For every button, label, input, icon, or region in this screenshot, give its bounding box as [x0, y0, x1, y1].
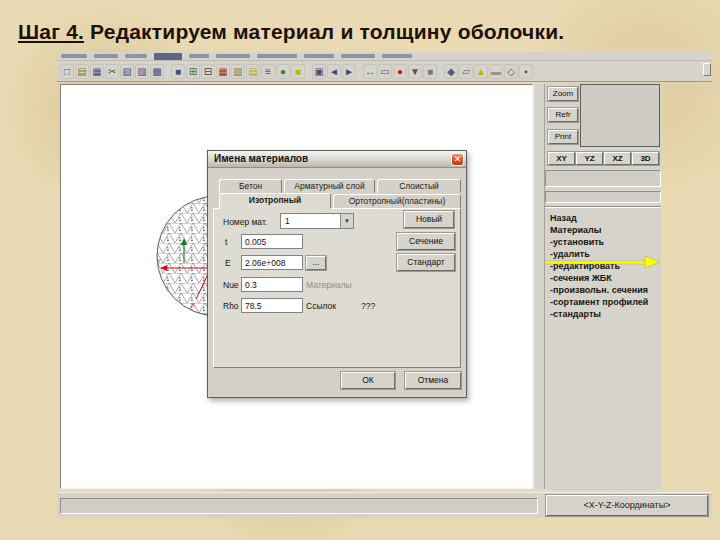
toolbar-icon[interactable]: ▥ [231, 64, 245, 79]
toolbar-icon[interactable]: ■ [291, 64, 305, 79]
toolbar-icon[interactable]: ▧ [120, 64, 134, 79]
nav-item-edit[interactable]: -редактировать [550, 260, 648, 272]
material-number-combobox[interactable]: 1 ▼ [280, 213, 354, 229]
toolbar-icon[interactable]: ▭ [378, 64, 392, 79]
status-message-cell [60, 498, 538, 514]
poisson-field[interactable] [241, 277, 303, 292]
refresh-button[interactable]: Refr [548, 108, 578, 122]
print-button[interactable]: Print [548, 130, 578, 144]
tab-orthotropic[interactable]: Ортотропный(пластины) [333, 194, 461, 208]
toolbar-icon[interactable]: ◇ [504, 64, 518, 79]
view-xy-button[interactable]: XY [548, 152, 575, 165]
panel-nav-menu: Назад Материалы -установить -удалить -ре… [550, 212, 648, 320]
svg-text:X: X [191, 302, 195, 308]
standard-button[interactable]: Стандарт [397, 254, 455, 271]
toolbar-icon[interactable]: ▤ [75, 64, 89, 79]
menu-item[interactable] [61, 54, 87, 58]
new-button[interactable]: Новый [404, 211, 454, 228]
toolbar-end-handle [703, 63, 711, 76]
elastic-modulus-label: E [225, 258, 231, 268]
zoom-button[interactable]: Zoom [548, 87, 578, 101]
ellipsis-button[interactable]: ... [306, 256, 326, 270]
menu-item[interactable] [125, 54, 147, 58]
right-tool-panel: Zoom Refr Print XY YZ XZ 3D Назад Матери… [545, 84, 661, 490]
density-field[interactable] [241, 298, 303, 313]
nav-item-custom-sections[interactable]: -произвольн. сечения [550, 284, 648, 296]
chevron-down-icon[interactable]: ▼ [340, 214, 353, 228]
toolbar-icon[interactable]: ▤ [246, 64, 260, 79]
nav-item-standards[interactable]: -стандарты [550, 308, 648, 320]
status-bar: <X-Y-Z-Координаты> [57, 492, 712, 518]
xyz-coordinates-button[interactable]: <X-Y-Z-Координаты> [546, 495, 708, 516]
toolbar-icon[interactable]: ▨ [135, 64, 149, 79]
poisson-label: Nue [223, 280, 239, 290]
panel-divider-line [545, 206, 661, 208]
nav-item-materials[interactable]: Материалы [550, 224, 648, 236]
menu-item[interactable] [382, 54, 412, 58]
toolbar-icon[interactable]: ■ [423, 64, 437, 79]
toolbar-icon[interactable]: ■ [171, 64, 185, 79]
elastic-modulus-field[interactable] [241, 255, 303, 270]
toolbar-icon[interactable]: ● [276, 64, 290, 79]
section-button[interactable]: Сечение [397, 233, 455, 250]
toolbar-icon[interactable]: ▬ [489, 64, 503, 79]
ok-button[interactable]: ОК [341, 372, 395, 389]
view-preview-box [580, 84, 660, 147]
toolbar-icon[interactable]: ✂ [105, 64, 119, 79]
toolbar-icon[interactable]: ● [393, 64, 407, 79]
canvas-panel-divider [533, 84, 545, 489]
page-title-step: Шаг 4. [18, 20, 84, 43]
menu-item[interactable] [189, 54, 209, 58]
toolbar-icon[interactable]: ▦ [216, 64, 230, 79]
toolbar-icon[interactable]: ► [342, 64, 356, 79]
toolbar-icon[interactable]: ▲ [474, 64, 488, 79]
toolbar-icon[interactable]: ▩ [150, 64, 164, 79]
toolbar-icon[interactable]: ≡ [261, 64, 275, 79]
toolbar-icon[interactable]: ▼ [408, 64, 422, 79]
view-3d-button[interactable]: 3D [632, 152, 659, 165]
tab-concrete[interactable]: Бетон [219, 179, 282, 193]
toolbar-icon[interactable]: ⊞ [186, 64, 200, 79]
tab-layered[interactable]: Слоистый [377, 179, 461, 193]
material-names-dialog: Имена материалов ✕ Бетон Арматурный слой… [207, 150, 467, 398]
menu-item[interactable] [216, 54, 250, 58]
cancel-button[interactable]: Отмена [405, 372, 461, 389]
links-value: ??? [361, 301, 375, 311]
thickness-label: t [225, 237, 227, 247]
nav-item-delete[interactable]: -удалить [550, 248, 648, 260]
toolbar-icon[interactable]: ↔ [363, 64, 377, 79]
menu-item[interactable] [257, 54, 297, 58]
page-title-text: Редактируем материал и толщину оболочки. [84, 20, 564, 43]
view-yz-button[interactable]: YZ [576, 152, 603, 165]
nav-item-profile-assortment[interactable]: -сортамент профилей [550, 296, 648, 308]
menu-item[interactable] [304, 54, 334, 58]
links-label: Ссылок [306, 301, 336, 311]
dialog-title: Имена материалов [214, 153, 308, 164]
toolbar-icon[interactable]: ▱ [459, 64, 473, 79]
nav-item-rc-sections[interactable]: -сечения ЖБК [550, 272, 648, 284]
nav-item-set[interactable]: -установить [550, 236, 648, 248]
material-number-label: Номер мат. [223, 217, 267, 227]
toolbar-icon[interactable]: ▣ [312, 64, 326, 79]
nav-item-back[interactable]: Назад [550, 212, 648, 224]
menu-item[interactable] [94, 54, 118, 58]
toolbar-icon[interactable]: ▪ [519, 64, 533, 79]
menu-bar [57, 52, 712, 61]
slide: Шаг 4. Редактируем материал и толщину об… [0, 0, 720, 540]
toolbar-icon[interactable]: □ [60, 64, 74, 79]
materials-disabled-label: Материалы [306, 280, 352, 290]
thickness-field[interactable] [241, 234, 303, 249]
tab-rebar-layer[interactable]: Арматурный слой [284, 179, 375, 193]
tab-isotropic[interactable]: Изотропный [219, 193, 331, 209]
close-icon[interactable]: ✕ [451, 153, 464, 166]
toolbar: □▤▦✂▧▨▩■⊞⊟▦▥▤≡●■▣◄►↔▭●▼■◆▱▲▬◇▪ [57, 61, 712, 82]
toolbar-icon[interactable]: ◄ [327, 64, 341, 79]
toolbar-icon[interactable]: ⊟ [201, 64, 215, 79]
toolbar-icon[interactable]: ▦ [90, 64, 104, 79]
dialog-titlebar[interactable]: Имена материалов ✕ [208, 151, 466, 168]
view-xz-button[interactable]: XZ [604, 152, 631, 165]
menu-item[interactable] [154, 53, 182, 60]
material-number-value: 1 [285, 216, 290, 226]
toolbar-icon[interactable]: ◆ [444, 64, 458, 79]
menu-item[interactable] [341, 54, 375, 58]
